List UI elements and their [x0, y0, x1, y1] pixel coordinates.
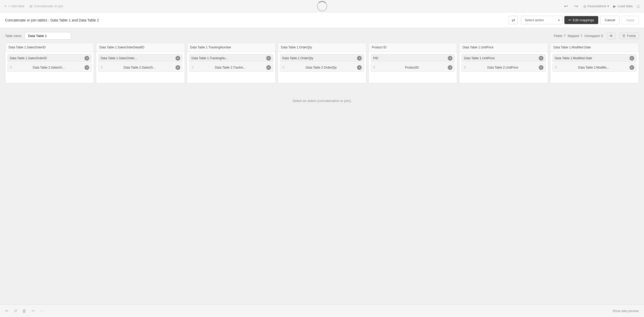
column-body-0: Data Table 1.SalesOrderID ✕ ⠿ Data Table… — [5, 52, 94, 83]
field-chip-row2: ⠿ ProductID ✕ — [371, 63, 455, 72]
top-nav-right: ↩ ↪ ◎ Associations ▾ ▶ Load data ⌂ — [563, 2, 640, 10]
associations-button[interactable]: ◎ Associations ▾ — [583, 4, 609, 8]
field-chip-row1: Data Table 1.SalesOrderID ✕ — [7, 54, 92, 62]
edit-mappings-button[interactable]: ✏ Edit mappings — [564, 16, 598, 24]
redo-button[interactable]: ↪ — [573, 2, 579, 10]
column-header-5: Data Table 1.UnitPrice — [459, 43, 548, 52]
home-button[interactable]: ⌂ — [637, 3, 640, 9]
column-card-5: Data Table 1.UnitPrice Data Table 1.Unit… — [459, 43, 548, 83]
chip-remove-button[interactable]: ✕ — [85, 65, 89, 70]
add-data-nav[interactable]: + + Add data — [4, 4, 24, 9]
chip-remove-button[interactable]: ✕ — [539, 65, 543, 70]
chip-text: Data Table 2.Modifie... — [578, 66, 609, 69]
add-data-label: + Add data — [8, 4, 24, 8]
associations-icon: ◎ — [583, 4, 586, 8]
select-action-dropdown[interactable]: Select action Concatenation Join — [521, 16, 562, 24]
loading-spinner — [317, 1, 327, 11]
field-chip-row2: ⠿ Data Table 2.Trackin... ✕ — [189, 63, 273, 72]
table-name-label: Table name: — [5, 34, 22, 38]
fields-info: Fields: 7 Mapped: 7 Unmapped: 0 — [554, 34, 603, 38]
field-chip-row1: PID ✕ — [371, 54, 455, 62]
mapped-count: Mapped: 7 — [568, 34, 582, 38]
fields-count: Fields: 7 — [554, 34, 565, 38]
more-icon[interactable]: ··· — [40, 309, 43, 313]
chip-text: Data Table 2.OrderQty — [306, 66, 337, 69]
field-chip-row1: Data Table 1.UnitPrice ✕ — [461, 54, 545, 62]
chip-text: ProductID — [405, 66, 419, 69]
show-data-preview-button[interactable]: Show data preview — [613, 309, 639, 313]
apply-button[interactable]: Apply — [622, 16, 639, 24]
refresh-icon[interactable]: ↺ — [14, 308, 17, 313]
chip-text: Data Table 1.SalesOrderID — [10, 56, 84, 60]
page-title: Concatenate or join tables - Data Table … — [5, 18, 506, 22]
chip-remove-button[interactable]: ✕ — [357, 65, 362, 70]
bottom-toolbar: ✏ ↺ 🗑 ✂ ··· Show data preview — [0, 305, 644, 317]
associations-chevron-icon: ▾ — [607, 4, 609, 8]
column-body-2: Data Table 1.TrackingNu... ✕ ⠿ Data Tabl… — [187, 52, 275, 83]
chip-remove-button[interactable]: ✕ — [630, 56, 634, 61]
chip-text: PID — [373, 56, 447, 60]
column-card-6: Data Table 1.Modified Date Data Table 1.… — [550, 43, 639, 83]
drag-handle-icon: ⠿ — [101, 66, 103, 69]
pencil-icon: ✏ — [569, 18, 571, 22]
toggle-visibility-button[interactable]: 👁 — [607, 33, 615, 39]
plus-icon: + — [4, 4, 6, 9]
chip-remove-button[interactable]: ✕ — [176, 65, 180, 70]
fields-button[interactable]: ☰ Fields — [619, 33, 639, 39]
drag-handle-icon: ⠿ — [555, 66, 557, 69]
header-right: Select action Concatenation Join ▾ ✏ Edi… — [521, 16, 639, 24]
chip-remove-button[interactable]: ✕ — [176, 56, 180, 61]
delete-icon[interactable]: 🗑 — [22, 309, 26, 313]
chip-text: Data Table 1.TrackingNu... — [192, 56, 265, 60]
column-body-5: Data Table 1.UnitPrice ✕ ⠿ Data Table 2.… — [459, 52, 548, 83]
chip-remove-button[interactable]: ✕ — [448, 65, 452, 70]
column-header-6: Data Table 1.Modified Date — [550, 43, 639, 52]
select-action-wrapper: Select action Concatenation Join ▾ — [521, 16, 562, 24]
chip-text: Data Table 1.UnitPrice — [464, 56, 537, 60]
column-header-4: Product ID — [369, 43, 457, 52]
drag-handle-icon: ⠿ — [373, 66, 375, 69]
table-name-left: Table name: — [5, 32, 71, 40]
table-name-input[interactable] — [25, 32, 71, 40]
chip-text: Data Table 1.Modified Date — [555, 56, 628, 60]
chip-remove-button[interactable]: ✕ — [357, 56, 362, 61]
cut-icon[interactable]: ✂ — [32, 308, 35, 313]
chip-text: Data Table 1.OrderQty — [282, 56, 356, 60]
chip-text: Data Table 2.UnitPrice — [487, 66, 518, 69]
header-bar: Concatenate or join tables - Data Table … — [0, 12, 644, 28]
table-name-right: Fields: 7 Mapped: 7 Unmapped: 0 👁 ☰ Fiel… — [554, 33, 639, 39]
chip-remove-button[interactable]: ✕ — [85, 56, 89, 61]
field-chip-row2: ⠿ Data Table 2.Modifie... ✕ — [552, 63, 637, 72]
loading-spinner-container — [317, 1, 327, 11]
chip-text: Data Table 2.SalesOr... — [124, 66, 155, 69]
chip-remove-button[interactable]: ✕ — [448, 56, 452, 61]
bottom-toolbar-icons: ✏ ↺ 🗑 ✂ ··· — [5, 308, 43, 313]
undo-button[interactable]: ↩ — [563, 2, 569, 10]
column-body-3: Data Table 1.OrderQty ✕ ⠿ Data Table 2.O… — [278, 52, 366, 83]
swap-button[interactable]: ⇄ — [509, 16, 518, 24]
column-header-0: Data Table 1.SalesOrderID — [5, 43, 94, 52]
column-header-2: Data Table 1.TrackingNumber — [187, 43, 275, 52]
concat-join-nav[interactable]: ⊞ Concatenate or join — [29, 4, 63, 8]
column-body-4: PID ✕ ⠿ ProductID ✕ — [369, 52, 457, 83]
edit-icon[interactable]: ✏ — [5, 308, 9, 313]
fields-list-icon: ☰ — [622, 34, 625, 38]
edit-mappings-label: Edit mappings — [573, 18, 594, 22]
column-card-3: Data Table 1.OrderQty Data Table 1.Order… — [278, 43, 366, 83]
column-card-1: Data Table 1.SalesOrderDetailID Data Tab… — [96, 43, 185, 83]
drag-handle-icon: ⠿ — [282, 66, 285, 69]
cancel-button[interactable]: Cancel — [600, 16, 619, 24]
chip-remove-button[interactable]: ✕ — [630, 65, 634, 70]
chip-text: Data Table 2.Trackin... — [215, 66, 246, 69]
fields-button-label: Fields — [627, 34, 636, 38]
chip-remove-button[interactable]: ✕ — [266, 56, 271, 61]
load-data-button[interactable]: ▶ Load data — [613, 4, 633, 8]
chip-remove-button[interactable]: ✕ — [539, 56, 543, 61]
unmapped-count: Unmapped: 0 — [584, 34, 603, 38]
column-card-2: Data Table 1.TrackingNumber Data Table 1… — [187, 43, 276, 83]
column-header-1: Data Table 1.SalesOrderDetailID — [96, 43, 184, 52]
bottom-right: Show data preview — [613, 309, 639, 313]
bottom-status: Select an action (concatenation or join)… — [5, 99, 639, 103]
chip-remove-button[interactable]: ✕ — [266, 65, 271, 70]
concat-join-label: Concatenate or join — [34, 4, 63, 8]
